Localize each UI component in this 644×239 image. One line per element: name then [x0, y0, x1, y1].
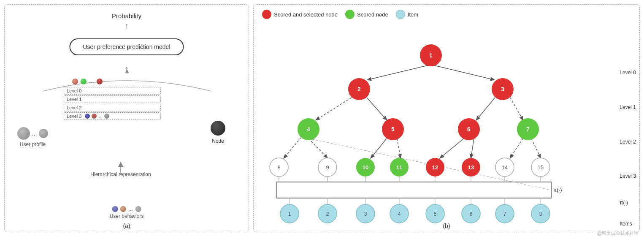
svg-text:π(·): π(·) [553, 187, 562, 193]
svg-text:15: 15 [538, 164, 544, 171]
tree-svg: 1 2 3 4 5 6 7 8 9 10 11 12 [254, 24, 608, 226]
svg-text:6: 6 [470, 211, 473, 217]
svg-text:3: 3 [364, 211, 367, 217]
svg-line-4 [316, 98, 352, 120]
level-box-3: Level 3 … [64, 112, 161, 120]
svg-line-8 [284, 138, 301, 158]
legend-item-selected: Scored and selected node [262, 10, 338, 19]
svg-line-10 [371, 139, 387, 158]
model-label: User preference prediction model [83, 43, 170, 50]
user-behaviors-label: User behaviors [110, 213, 144, 219]
svg-line-3 [431, 65, 494, 80]
level-label-1: Level 1 [620, 90, 636, 125]
legend-label-scored: Scored node [357, 11, 388, 18]
model-box: User preference prediction model [70, 38, 184, 55]
svg-text:2: 2 [326, 211, 329, 217]
svg-text:10: 10 [363, 164, 368, 171]
svg-text:13: 13 [468, 164, 474, 171]
level-box-0: Level 0 [64, 87, 161, 95]
svg-line-15 [531, 139, 541, 158]
level-box-1: Level 1 [64, 95, 161, 103]
node-circle [211, 121, 225, 136]
svg-line-7 [510, 98, 523, 120]
svg-text:8: 8 [277, 164, 280, 171]
svg-text:7: 7 [526, 126, 530, 133]
behavior-dots: … [110, 206, 144, 212]
svg-line-9 [308, 139, 327, 158]
svg-text:5: 5 [434, 211, 437, 217]
prob-up-arrow: ↑ [112, 21, 141, 31]
level-label-pi: π(·) [620, 193, 636, 212]
svg-text:6: 6 [467, 126, 471, 133]
user-profile-dots: … [17, 127, 48, 140]
svg-text:Hierarchical representation: Hierarchical representation [90, 171, 151, 177]
level-labels: Level 0 Level 1 Level 2 Level 3 π(·) Ite… [620, 55, 636, 235]
level-label-2: Level 2 [620, 125, 636, 159]
legend-circle-red [262, 10, 271, 19]
level-boxes: Level 0 Level 1 Level 2 Level 3 … [64, 87, 161, 121]
svg-line-14 [510, 139, 523, 158]
svg-text:2: 2 [357, 86, 361, 92]
svg-line-13 [471, 139, 474, 158]
legend-circle-green [345, 10, 354, 19]
panel-a-label: (a) [123, 223, 130, 229]
legend: Scored and selected node Scored node Ite… [262, 10, 418, 19]
watermark: @稀土掘金技术社区 [597, 230, 639, 236]
panel-b-label: (b) [443, 223, 450, 229]
hier-arrow: Hierarchical representation [47, 160, 195, 179]
legend-item-item: Item [396, 10, 418, 19]
svg-text:11: 11 [396, 164, 402, 171]
panel-b: Scored and selected node Scored node Ite… [253, 4, 640, 232]
svg-line-2 [368, 65, 431, 80]
user-dot-1 [17, 127, 30, 140]
level-label-0: Level 0 [620, 55, 636, 90]
node-label: Node [212, 138, 224, 144]
svg-text:8: 8 [539, 211, 542, 217]
node-icon: Node [211, 121, 225, 144]
user-dot-2 [39, 129, 48, 138]
svg-line-5 [367, 98, 387, 120]
svg-text:14: 14 [502, 164, 508, 171]
main-container: Probability ↑ User preference prediction… [0, 0, 644, 239]
top-dots-row: … [72, 79, 103, 84]
svg-line-11 [397, 139, 400, 158]
svg-text:1: 1 [288, 211, 291, 217]
level-box-2: Level 2 [64, 104, 161, 111]
svg-text:7: 7 [503, 211, 506, 217]
probability-section: Probability ↑ [112, 12, 141, 31]
user-behaviors-section: … User behaviors [110, 206, 144, 219]
probability-label: Probability [112, 12, 141, 19]
panel-a: Probability ↑ User preference prediction… [4, 4, 249, 232]
svg-line-12 [440, 139, 464, 158]
user-profile-label: User profile [17, 141, 48, 147]
svg-text:5: 5 [391, 126, 395, 133]
user-profile-section: … User profile [17, 127, 48, 147]
legend-label-selected: Scored and selected node [274, 11, 338, 18]
legend-label-item: Item [408, 11, 418, 18]
svg-text:1: 1 [429, 52, 433, 59]
legend-circle-item [396, 10, 405, 19]
level-label-3: Level 3 [620, 159, 636, 193]
svg-text:4: 4 [398, 211, 401, 217]
legend-item-scored: Scored node [345, 10, 388, 19]
svg-text:12: 12 [432, 164, 438, 171]
svg-line-6 [476, 98, 495, 120]
svg-text:4: 4 [307, 126, 310, 133]
svg-text:9: 9 [326, 164, 329, 171]
svg-rect-16 [277, 182, 551, 198]
svg-text:3: 3 [501, 86, 504, 92]
